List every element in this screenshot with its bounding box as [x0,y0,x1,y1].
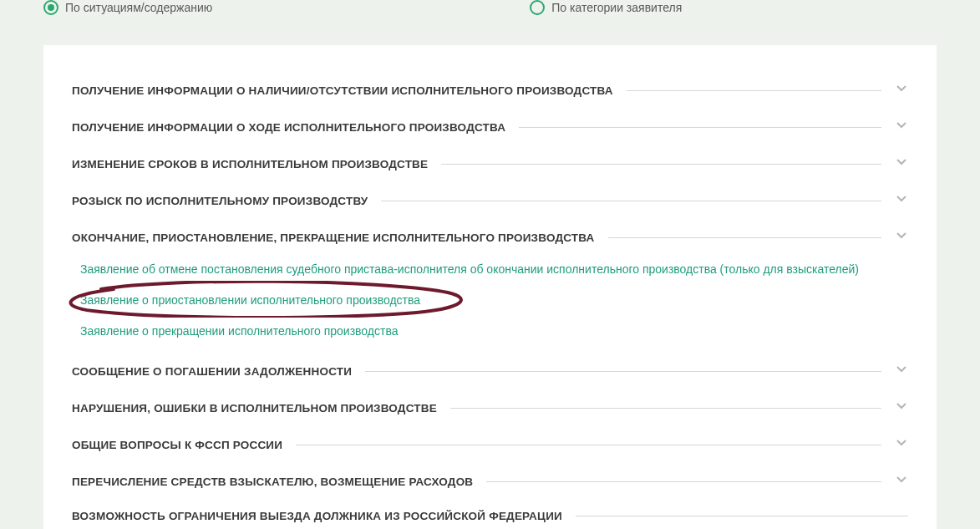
divider [576,516,908,516]
row-title: ПЕРЕЧИСЛЕНИЕ СРЕДСТВ ВЗЫСКАТЕЛЮ, ВОЗМЕЩЕ… [72,476,473,488]
chevron-down-icon [895,82,908,99]
divider [486,481,881,482]
divider [296,445,881,445]
row-title: ОКОНЧАНИЕ, ПРИОСТАНОВЛЕНИЕ, ПРЕКРАЩЕНИЕ … [72,231,595,244]
row-title: ПОЛУЧЕНИЕ ИНФОРМАЦИИ О НАЛИЧИИ/ОТСУТСТВИ… [72,84,613,97]
tab-by-category[interactable]: По категории заявителя [530,0,682,15]
chevron-down-icon [895,473,908,490]
sublist-link[interactable]: Заявление о прекращении исполнительного … [80,324,908,338]
accordion-row[interactable]: НАРУШЕНИЯ, ОШИБКИ В ИСПОЛНИТЕЛЬНОМ ПРОИЗ… [72,388,908,425]
tab-label: По ситуациям/содержанию [65,1,212,14]
chevron-down-icon [895,436,908,453]
chevron-down-icon [895,192,908,209]
radio-selected-icon [43,0,58,15]
accordion-panel: ПОЛУЧЕНИЕ ИНФОРМАЦИИ О НАЛИЧИИ/ОТСУТСТВИ… [43,45,937,529]
accordion-row[interactable]: ОБЩИЕ ВОПРОСЫ К ФССП РОССИИ [72,425,908,461]
divider [519,127,881,128]
accordion-row[interactable]: РОЗЫСК ПО ИСПОЛНИТЕЛЬНОМУ ПРОИЗВОДСТВУ [72,181,908,217]
accordion-sublist: Заявление об отмене постановления судебн… [72,254,908,351]
row-title: ПОЛУЧЕНИЕ ИНФОРМАЦИИ О ХОДЕ ИСПОЛНИТЕЛЬН… [72,121,505,134]
divider [450,408,881,409]
row-title: СООБЩЕНИЕ О ПОГАШЕНИИ ЗАДОЛЖЕННОСТИ [72,365,352,378]
tab-by-situation[interactable]: По ситуациям/содержанию [43,0,212,15]
accordion-row[interactable]: ИЗМЕНЕНИЕ СРОКОВ В ИСПОЛНИТЕЛЬНОМ ПРОИЗВ… [72,144,908,181]
chevron-down-icon [895,155,908,172]
divider [365,371,881,372]
divider [608,237,881,238]
chevron-down-icon [895,399,908,416]
filter-tabs: По ситуациям/содержанию По категории зая… [0,0,980,22]
chevron-down-icon [895,363,908,379]
accordion-row-expanded[interactable]: ОКОНЧАНИЕ, ПРИОСТАНОВЛЕНИЕ, ПРЕКРАЩЕНИЕ … [72,217,908,254]
highlighted-link-wrap: Заявление о приостановлении исполнительн… [80,292,908,308]
accordion-row[interactable]: ВОЗМОЖНОСТЬ ОГРАНИЧЕНИЯ ВЫЕЗДА ДОЛЖНИКА … [72,498,908,529]
divider [441,164,881,165]
row-title: ИЗМЕНЕНИЕ СРОКОВ В ИСПОЛНИТЕЛЬНОМ ПРОИЗВ… [72,158,428,170]
accordion-row[interactable]: ПОЛУЧЕНИЕ ИНФОРМАЦИИ О НАЛИЧИИ/ОТСУТСТВИ… [72,70,908,107]
accordion-row[interactable]: ПЕРЕЧИСЛЕНИЕ СРЕДСТВ ВЗЫСКАТЕЛЮ, ВОЗМЕЩЕ… [72,461,908,498]
radio-unselected-icon [530,0,545,15]
divider [381,201,881,201]
row-title: НАРУШЕНИЯ, ОШИБКИ В ИСПОЛНИТЕЛЬНОМ ПРОИЗ… [72,402,437,415]
sublist-link-highlighted[interactable]: Заявление о приостановлении исполнительн… [80,293,420,307]
divider [627,90,881,91]
chevron-down-icon [895,229,908,246]
sublist-link[interactable]: Заявление об отмене постановления судебн… [80,262,908,276]
tab-label: По категории заявителя [551,1,682,14]
row-title: РОЗЫСК ПО ИСПОЛНИТЕЛЬНОМУ ПРОИЗВОДСТВУ [72,195,368,207]
row-title: ВОЗМОЖНОСТЬ ОГРАНИЧЕНИЯ ВЫЕЗДА ДОЛЖНИКА … [72,510,562,522]
chevron-down-icon [895,119,908,135]
accordion-row[interactable]: СООБЩЕНИЕ О ПОГАШЕНИИ ЗАДОЛЖЕННОСТИ [72,351,908,388]
row-title: ОБЩИЕ ВОПРОСЫ К ФССП РОССИИ [72,439,282,451]
accordion-row[interactable]: ПОЛУЧЕНИЕ ИНФОРМАЦИИ О ХОДЕ ИСПОЛНИТЕЛЬН… [72,107,908,144]
